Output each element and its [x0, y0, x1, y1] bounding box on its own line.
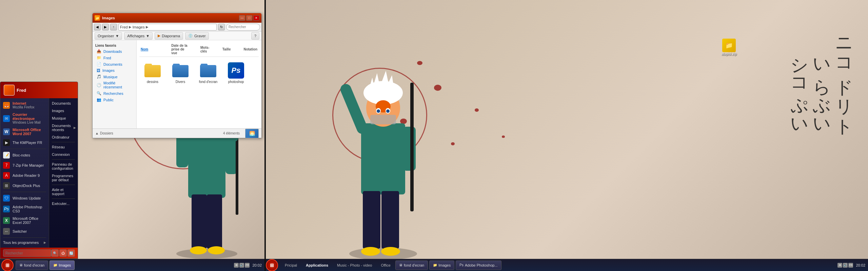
svg-rect-35 [370, 115, 396, 124]
taskbar-left: ⊞ 🖥 fond d'ecran 📁 Images ⊞ 🔊 FR 20:02 [0, 259, 264, 271]
reader-icon: A [3, 172, 10, 179]
breadcrumb-images: Images [133, 25, 145, 29]
taskbar-tab-images-left[interactable]: 📁 Images [50, 260, 75, 270]
taskbar-tab-photoshop-right[interactable]: Ps Adobe Photoshop... [456, 260, 501, 270]
sidebar-fred[interactable]: 📁 Fred [93, 55, 136, 61]
start-search-input[interactable] [3, 249, 51, 257]
nav-music[interactable]: Music - Photo - video [333, 262, 376, 269]
menu-item-excel[interactable]: X Microsoft Office Excel 2007 [0, 215, 49, 226]
file-item-divers[interactable]: Divers [169, 61, 192, 85]
right-link-executer[interactable]: Exécuter... [49, 200, 78, 207]
organiser-button[interactable]: Organiser ▼ [95, 32, 122, 40]
menu-item-7zip[interactable]: 7 7-Zip File Manager [0, 160, 49, 170]
menu-item-kmplayer[interactable]: ▶ The KMPlayer FR [0, 138, 49, 148]
menu-item-wlm[interactable]: ✉ Courrier électronique Windows Live Mai… [0, 111, 49, 126]
menu-item-objectdock[interactable]: ⊞ ObjectDock Plus [0, 181, 49, 191]
col-notation[interactable]: Notation [242, 47, 259, 52]
taskbar-tab-fond-ecran-right[interactable]: 🖥 fond d'ecran [395, 260, 428, 270]
sidebar-musique[interactable]: 🎵 Musique [93, 74, 136, 80]
graver-button[interactable]: 💿 Graver [185, 32, 209, 40]
col-motscles[interactable]: Mots-clés [199, 45, 211, 54]
help-button[interactable]: ? [251, 32, 259, 40]
menu-item-all-programs[interactable]: Tous les programmes [0, 239, 49, 246]
taskbar-tab-fond-ecran-left[interactable]: 🖥 fond d'ecran [16, 260, 48, 270]
atapisi-icon: 📁 [722, 39, 736, 52]
taskbar-tab-images-right[interactable]: 📁 Images [429, 260, 454, 270]
refresh-button[interactable]: ↻ [218, 24, 225, 30]
photoshop-label: photoshop [228, 80, 244, 84]
right-link-recents[interactable]: Documents récents [49, 122, 78, 133]
desktop-icon-atapisi[interactable]: 📁 atapisi.zip [717, 37, 741, 57]
sidebar-documents-icon: 📄 [97, 62, 101, 66]
sidebar-downloads[interactable]: 📥 Downloads [93, 48, 136, 55]
search-button[interactable]: 🔍 [51, 249, 59, 257]
col-taille[interactable]: Taille [221, 47, 232, 52]
menu-item-notepad[interactable]: 📝 Bloc-notes [0, 150, 49, 160]
close-button[interactable]: ✕ [253, 15, 259, 21]
up-button[interactable]: ↑ [110, 24, 117, 30]
file-item-dessins[interactable]: dessins [141, 61, 164, 85]
right-link-reseau[interactable]: Réseau [49, 143, 78, 151]
start-menu-body: 🦊 Internet Mozilla Firefox ✉ Courrier él… [0, 98, 78, 248]
sidebar-images[interactable]: 🖼 Images [93, 67, 136, 74]
right-link-images[interactable]: Images [49, 107, 78, 114]
right-link-ordinateur[interactable]: Ordinateur [49, 133, 78, 141]
menu-item-firefox[interactable]: 🦊 Internet Mozilla Firefox [0, 100, 49, 111]
col-date[interactable]: Date de la prise de vue [170, 43, 189, 56]
sidebar-recherches[interactable]: 🔍 Recherches [93, 90, 136, 97]
footer-thumbnails: 🌅 [245, 129, 259, 138]
dessins-label: dessins [147, 80, 158, 84]
shutdown-button[interactable]: ⏻ [59, 249, 67, 257]
start-menu-links: Documents Images Musique Documents récen… [49, 98, 78, 248]
menu-item-word[interactable]: W Microsoft Office Word 2007 [0, 126, 49, 138]
ordinateur-link-label: Ordinateur [52, 135, 70, 139]
right-link-aide[interactable]: Aide et support [49, 186, 78, 197]
tray-icons-left: ⊞ 🔊 FR [233, 263, 251, 268]
atapisi-label: atapisi.zip [722, 52, 736, 56]
start-menu-apps: 🦊 Internet Mozilla Firefox ✉ Courrier él… [0, 98, 49, 248]
back-button[interactable]: ◀ [94, 24, 101, 30]
svg-rect-40 [381, 191, 399, 249]
svg-point-34 [386, 109, 390, 113]
minimize-button[interactable]: — [239, 15, 245, 21]
wallpaper-right: シコぷい いらぶい ニコドリト 📁 atapisi.zip [264, 0, 868, 271]
nav-applications[interactable]: Applications [302, 262, 332, 269]
search-input[interactable] [226, 24, 260, 30]
svg-rect-23 [361, 123, 405, 194]
diaporama-button[interactable]: ▶ Diaporama [155, 32, 183, 40]
right-link-programmes[interactable]: Programmes par défaut [49, 172, 78, 184]
right-link-panneau[interactable]: Panneau de configuration [49, 161, 78, 172]
affichages-button[interactable]: Affichages ▼ [124, 32, 153, 40]
right-link-musique[interactable]: Musique [49, 114, 78, 122]
file-explorer-window: 📁 Images — □ ✕ ◀ ▶ ↑ Fred ▶ Images ▶ [92, 13, 262, 138]
firefox-icon: 🦊 [3, 102, 10, 109]
sidebar-downloads-icon: 📥 [97, 49, 101, 54]
nav-pricipal[interactable]: Pricipal [281, 262, 301, 269]
menu-item-switcher[interactable]: ↔ Switcher [0, 226, 49, 236]
menu-item-photoshop[interactable]: Ps Adobe Photoshop CS3 [0, 203, 49, 215]
file-item-photoshop[interactable]: Ps photoshop [224, 61, 248, 85]
sidebar-public-label: Public [103, 98, 114, 102]
restart-button[interactable]: 🔄 [67, 249, 75, 257]
right-link-documents[interactable]: Documents [49, 100, 78, 107]
menu-item-winupdate[interactable]: 🛡 Windows Update [0, 193, 49, 203]
svg-rect-38 [410, 83, 414, 211]
window-title: Images [102, 16, 115, 20]
file-item-fond-ecran[interactable]: fond d'ecran [196, 61, 220, 85]
maximize-button[interactable]: □ [246, 15, 252, 21]
right-link-connexion[interactable]: Connexion [49, 151, 78, 158]
col-nom[interactable]: Nom [139, 47, 150, 52]
sidebar-recent[interactable]: 🕐 Modifié récemment [93, 80, 136, 90]
sidebar-images-icon: 🖼 [97, 68, 100, 72]
nav-office[interactable]: Office [377, 262, 395, 269]
sidebar-documents[interactable]: 📄 Documents [93, 61, 136, 67]
sidebar-public[interactable]: 👥 Public [93, 97, 136, 103]
start-button-right[interactable]: ⊞ [266, 259, 278, 271]
clock-left: 20:02 [252, 263, 264, 267]
start-button-left[interactable]: ⊞ [1, 259, 14, 271]
right-separator-1 [52, 142, 75, 142]
word-label: Microsoft Office Word 2007 [13, 128, 46, 136]
forward-button[interactable]: ▶ [102, 24, 109, 30]
footer-section-toggle[interactable]: ▲ [95, 131, 99, 135]
menu-item-reader[interactable]: A Adobe Reader 9 [0, 170, 49, 181]
